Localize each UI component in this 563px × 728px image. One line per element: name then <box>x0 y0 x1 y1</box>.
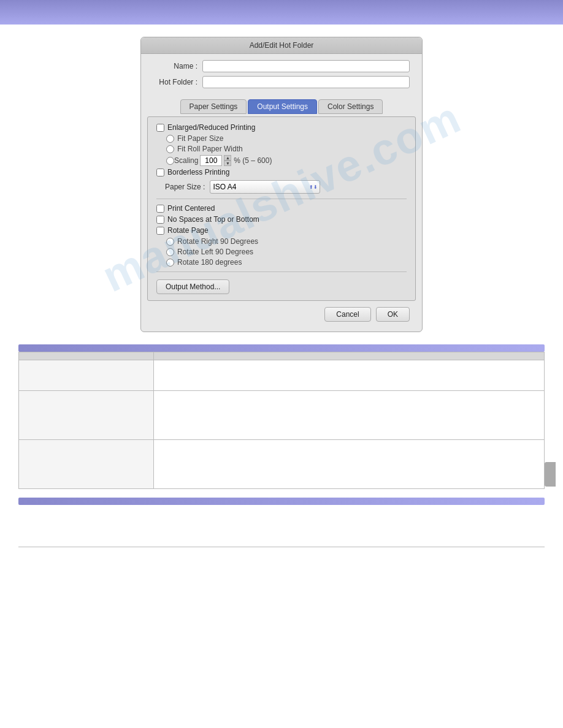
dialog-footer: Cancel OK <box>141 301 422 322</box>
dialog-titlebar: Add/Edit Hot Folder <box>141 37 422 54</box>
print-centered-checkbox[interactable] <box>156 205 164 213</box>
scaling-row: Scaling ▲ ▼ % (5 – 600) <box>156 155 407 166</box>
scaling-radio[interactable] <box>166 157 174 165</box>
settings-divider <box>156 199 407 199</box>
section1-header <box>18 344 545 352</box>
scaling-range: % (5 – 600) <box>234 156 272 165</box>
table-cell-row2-col1 <box>19 391 154 440</box>
rotate-180-label: Rotate 180 degrees <box>177 258 242 267</box>
ok-button[interactable]: OK <box>376 307 410 322</box>
info-table <box>18 352 545 489</box>
table-cell-row3-col2 <box>154 440 545 489</box>
table-cell-row2-col2 <box>154 391 545 440</box>
hot-folder-input[interactable] <box>202 76 410 88</box>
borderless-row: Borderless Printing <box>156 168 407 176</box>
rotate-right-radio[interactable] <box>166 238 174 246</box>
enlarged-reduced-row: Enlarged/Reduced Printing <box>156 123 407 132</box>
tab-output[interactable]: Output Settings <box>248 99 317 114</box>
enlarged-reduced-checkbox[interactable] <box>156 124 164 132</box>
table-row <box>19 391 545 440</box>
dialog-title: Add/Edit Hot Folder <box>250 41 314 50</box>
borderless-label: Borderless Printing <box>167 168 229 176</box>
hot-folder-label: Hot Folder : <box>153 78 202 86</box>
table-row <box>19 360 545 391</box>
spin-up-button[interactable]: ▲ <box>224 155 231 161</box>
enlarged-reduced-label: Enlarged/Reduced Printing <box>167 123 255 132</box>
table-header-col2 <box>154 352 545 360</box>
spin-down-button[interactable]: ▼ <box>224 161 231 166</box>
paper-size-select-wrapper: ISO A4 ISO A3 Letter Legal Tabloid <box>210 180 320 194</box>
table-cell-row1-col2 <box>154 360 545 391</box>
output-method-container: Output Method... <box>156 277 407 294</box>
scaling-label: Scaling <box>174 156 198 165</box>
fit-paper-size-label: Fit Paper Size <box>177 134 223 143</box>
borderless-checkbox[interactable] <box>156 169 164 176</box>
rotate-right-label: Rotate Right 90 Degrees <box>177 237 258 246</box>
rotate-left-row: Rotate Left 90 Degrees <box>156 248 407 256</box>
right-marker-2 <box>545 462 556 487</box>
rotate-right-row: Rotate Right 90 Degrees <box>156 237 407 246</box>
table-header-col1 <box>19 352 154 360</box>
paper-size-select[interactable]: ISO A4 ISO A3 Letter Legal Tabloid <box>210 180 320 194</box>
table-row <box>19 440 545 489</box>
hot-folder-field-row: Hot Folder : <box>153 76 410 88</box>
fit-roll-paper-row: Fit Roll Paper Width <box>156 145 407 153</box>
rotate-page-checkbox[interactable] <box>156 227 164 235</box>
no-spaces-label: No Spaces at Top or Bottom <box>167 215 259 224</box>
fit-paper-size-radio[interactable] <box>166 135 174 143</box>
name-label: Name : <box>153 62 202 70</box>
section2-header <box>18 498 545 505</box>
table-cell-row3-col1 <box>19 440 154 489</box>
tabs-row: Paper Settings Output Settings Color Set… <box>141 99 422 114</box>
rotate-page-label: Rotate Page <box>167 226 209 235</box>
page-bottom-line <box>18 547 545 547</box>
fit-roll-paper-radio[interactable] <box>166 145 174 153</box>
settings-panel: Enlarged/Reduced Printing Fit Paper Size… <box>147 116 416 301</box>
fit-paper-size-row: Fit Paper Size <box>156 134 407 143</box>
scaling-spinner[interactable]: ▲ ▼ <box>224 155 231 166</box>
no-spaces-row: No Spaces at Top or Bottom <box>156 215 407 224</box>
tab-paper[interactable]: Paper Settings <box>180 99 247 114</box>
name-field-row: Name : <box>153 60 410 72</box>
print-centered-row: Print Centered <box>156 204 407 213</box>
cancel-button[interactable]: Cancel <box>324 307 370 322</box>
dialog-fields: Name : Hot Folder : <box>141 54 422 96</box>
settings-divider-2 <box>156 271 407 272</box>
paper-size-label: Paper Size : <box>165 183 205 191</box>
dialog-container: Add/Edit Hot Folder Name : Hot Folder : … <box>140 37 423 332</box>
table-cell-row1-col1 <box>19 360 154 391</box>
rotate-180-row: Rotate 180 degrees <box>156 258 407 267</box>
rotate-180-radio[interactable] <box>166 259 174 267</box>
name-input[interactable] <box>202 60 410 72</box>
rotate-page-row: Rotate Page <box>156 226 407 235</box>
tab-color[interactable]: Color Settings <box>318 99 383 114</box>
table-container <box>18 352 545 489</box>
scaling-input[interactable] <box>200 155 222 166</box>
rotate-left-radio[interactable] <box>166 248 174 256</box>
fit-roll-paper-label: Fit Roll Paper Width <box>177 145 243 153</box>
no-spaces-checkbox[interactable] <box>156 216 164 224</box>
output-method-button[interactable]: Output Method... <box>156 279 229 294</box>
bottom-text-area <box>18 505 545 536</box>
main-content: Add/Edit Hot Folder Name : Hot Folder : … <box>0 25 563 558</box>
top-header-bar <box>0 0 563 25</box>
paper-size-row: Paper Size : ISO A4 ISO A3 Letter Legal … <box>165 180 407 194</box>
print-centered-label: Print Centered <box>167 204 215 213</box>
rotate-left-label: Rotate Left 90 Degrees <box>177 248 253 256</box>
